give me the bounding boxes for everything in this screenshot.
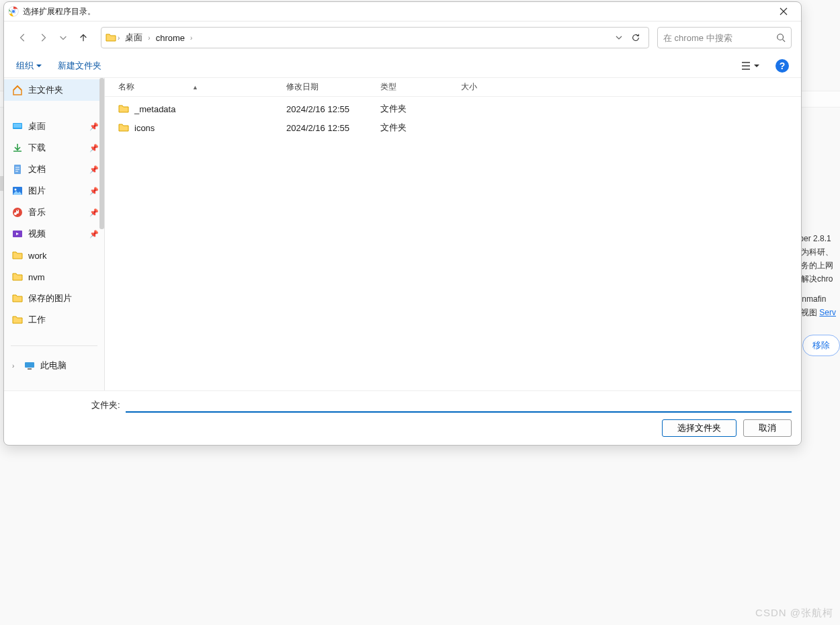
back-button[interactable] [13, 28, 32, 47]
sidebar-item-label: nvm [28, 272, 45, 282]
folder-picker-dialog: 选择扩展程序目录。 › 桌面 › chrome › 组织 [3, 1, 802, 446]
table-row[interactable]: icons 2024/2/16 12:55 文件夹 [105, 118, 801, 137]
sidebar-item-label: 下载 [28, 142, 46, 154]
file-rows: _metadata 2024/2/16 12:55 文件夹 icons 2024… [105, 97, 801, 390]
sidebar-item-documents[interactable]: 文档 📌 [4, 159, 104, 180]
pictures-icon [12, 185, 23, 196]
sidebar-item-pictures[interactable]: 图片 📌 [4, 180, 104, 202]
pin-icon: 📌 [89, 144, 99, 153]
desktop-icon [12, 121, 23, 132]
file-name: icons [134, 123, 155, 133]
folder-icon [12, 315, 23, 325]
up-button[interactable] [74, 28, 93, 47]
breadcrumb-chrome[interactable]: chrome [152, 30, 189, 46]
body: 主文件夹 桌面 📌 下载 📌 文档 📌 图片 📌 [4, 78, 801, 390]
column-name[interactable]: 名称▲ [118, 81, 286, 93]
svg-point-8 [15, 189, 17, 191]
scrollbar-thumb[interactable] [99, 78, 104, 229]
folder-icon [12, 293, 23, 304]
svg-point-3 [778, 34, 784, 40]
organize-menu[interactable]: 组织 [16, 60, 42, 72]
file-date: 2024/2/16 12:55 [286, 123, 380, 133]
chevron-right-icon: › [148, 34, 150, 42]
sidebar-item-label: 桌面 [28, 120, 46, 132]
sidebar-item-music[interactable]: 音乐 📌 [4, 202, 104, 223]
sidebar: 主文件夹 桌面 📌 下载 📌 文档 📌 图片 📌 [4, 78, 105, 390]
pin-icon: 📌 [89, 208, 99, 217]
file-type: 文件夹 [380, 122, 461, 134]
folder-field-label: 文件夹: [91, 399, 120, 411]
sidebar-item-saved-pictures[interactable]: 保存的图片 [4, 288, 104, 309]
refresh-button[interactable] [627, 33, 644, 42]
recent-dropdown[interactable] [54, 28, 73, 47]
breadcrumb-desktop[interactable]: 桌面 [121, 29, 146, 46]
sidebar-item-videos[interactable]: 视频 📌 [4, 223, 104, 245]
folder-icon [12, 272, 23, 282]
svg-rect-12 [28, 368, 32, 370]
column-type[interactable]: 类型 [380, 81, 461, 93]
view-mode-dropdown[interactable] [741, 61, 759, 71]
search-box[interactable] [657, 27, 792, 48]
sidebar-item-work[interactable]: work [4, 245, 104, 266]
search-input[interactable] [663, 33, 776, 43]
sidebar-this-pc[interactable]: › 此电脑 [4, 355, 104, 376]
dialog-title: 选择扩展程序目录。 [23, 6, 770, 17]
sidebar-item-label: 音乐 [28, 206, 46, 218]
search-icon [776, 33, 786, 42]
pin-icon: 📌 [89, 165, 99, 174]
column-size[interactable]: 大小 [461, 81, 515, 93]
sidebar-label: 主文件夹 [28, 84, 63, 96]
sidebar-home[interactable]: 主文件夹 [4, 79, 104, 101]
column-date[interactable]: 修改日期 [286, 81, 380, 93]
folder-icon [12, 250, 23, 261]
file-type: 文件夹 [380, 103, 461, 115]
chevron-right-icon: › [118, 34, 120, 42]
address-dropdown[interactable] [612, 31, 626, 44]
sidebar-item-workcn[interactable]: 工作 [4, 309, 104, 331]
select-folder-button[interactable]: 选择文件夹 [662, 419, 737, 437]
music-icon [12, 207, 23, 218]
sidebar-item-label: 此电脑 [40, 360, 67, 372]
sidebar-item-nvm[interactable]: nvm [4, 266, 104, 288]
new-folder-button[interactable]: 新建文件夹 [58, 60, 101, 72]
sidebar-item-label: 工作 [28, 314, 46, 326]
address-bar[interactable]: › 桌面 › chrome › [101, 27, 649, 48]
chevron-right-icon: › [190, 34, 192, 42]
download-icon [12, 142, 23, 153]
svg-point-2 [11, 9, 15, 13]
cancel-button[interactable]: 取消 [743, 419, 792, 437]
folder-icon [118, 103, 129, 114]
forward-button[interactable] [34, 28, 52, 47]
nav-row: › 桌面 › chrome › [4, 22, 801, 54]
close-button[interactable] [770, 2, 797, 21]
folder-icon [118, 122, 129, 133]
this-pc-icon [24, 360, 35, 371]
chrome-icon [8, 6, 19, 17]
sidebar-item-label: 视频 [28, 228, 46, 240]
column-headers: 名称▲ 修改日期 类型 大小 [105, 78, 801, 97]
dialog-footer: 文件夹: 选择文件夹 取消 [4, 390, 801, 445]
toolbar: 组织 新建文件夹 ? [4, 54, 801, 78]
sidebar-item-desktop[interactable]: 桌面 📌 [4, 116, 104, 137]
help-button[interactable]: ? [775, 59, 789, 73]
document-icon [12, 164, 23, 175]
file-list-pane: 名称▲ 修改日期 类型 大小 _metadata 2024/2/16 12:55… [105, 78, 801, 390]
pin-icon: 📌 [89, 230, 99, 239]
titlebar: 选择扩展程序目录。 [4, 2, 801, 22]
file-date: 2024/2/16 12:55 [286, 104, 380, 114]
pin-icon: 📌 [89, 187, 99, 196]
sort-ascending-icon: ▲ [192, 84, 198, 91]
pin-icon: 📌 [89, 122, 99, 131]
folder-name-input[interactable] [126, 398, 792, 413]
sidebar-item-label: 保存的图片 [28, 292, 72, 304]
svg-rect-5 [13, 124, 22, 128]
sidebar-item-label: work [28, 251, 46, 261]
table-row[interactable]: _metadata 2024/2/16 12:55 文件夹 [105, 99, 801, 118]
sidebar-scrollbar[interactable] [99, 78, 104, 390]
sidebar-item-downloads[interactable]: 下载 📌 [4, 137, 104, 159]
home-icon [12, 85, 23, 95]
svg-rect-11 [25, 362, 34, 368]
video-icon [12, 228, 23, 239]
sidebar-item-label: 图片 [28, 185, 46, 197]
remove-button[interactable]: 移除 [802, 335, 840, 356]
